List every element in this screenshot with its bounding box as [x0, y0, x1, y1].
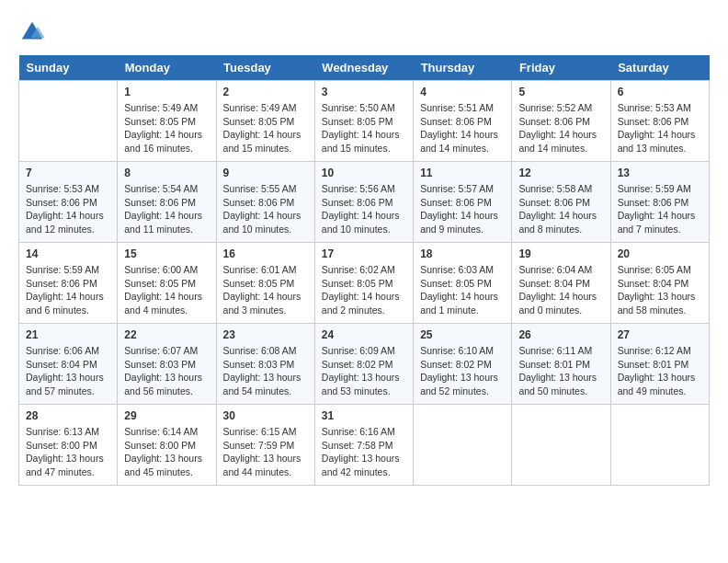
- calendar-cell: [414, 405, 512, 486]
- day-number: 13: [618, 167, 702, 179]
- calendar-cell: 25Sunrise: 6:10 AM Sunset: 8:02 PM Dayli…: [414, 324, 512, 405]
- day-number: 3: [322, 86, 406, 98]
- logo: [18, 18, 50, 46]
- day-info: Sunrise: 5:56 AM Sunset: 8:06 PM Dayligh…: [322, 182, 406, 236]
- day-number: 9: [223, 167, 308, 179]
- calendar-cell: 26Sunrise: 6:11 AM Sunset: 8:01 PM Dayli…: [512, 324, 610, 405]
- day-info: Sunrise: 5:49 AM Sunset: 8:05 PM Dayligh…: [223, 101, 308, 155]
- calendar-cell: 14Sunrise: 5:59 AM Sunset: 8:06 PM Dayli…: [19, 243, 118, 324]
- calendar-cell: 2Sunrise: 5:49 AM Sunset: 8:05 PM Daylig…: [216, 81, 314, 162]
- calendar-cell: 9Sunrise: 5:55 AM Sunset: 8:06 PM Daylig…: [216, 162, 314, 243]
- calendar-cell: 11Sunrise: 5:57 AM Sunset: 8:06 PM Dayli…: [414, 162, 512, 243]
- calendar-cell: 3Sunrise: 5:50 AM Sunset: 8:05 PM Daylig…: [314, 81, 413, 162]
- calendar-cell: 30Sunrise: 6:15 AM Sunset: 7:59 PM Dayli…: [216, 405, 314, 486]
- day-number: 21: [26, 328, 110, 341]
- day-number: 31: [322, 409, 406, 422]
- day-number: 30: [223, 409, 308, 422]
- day-info: Sunrise: 6:00 AM Sunset: 8:05 PM Dayligh…: [124, 263, 209, 317]
- calendar-cell: [512, 405, 610, 486]
- calendar-cell: 18Sunrise: 6:03 AM Sunset: 8:05 PM Dayli…: [414, 243, 512, 324]
- col-header-monday: Monday: [118, 55, 216, 81]
- col-header-friday: Friday: [512, 55, 610, 81]
- calendar-cell: 19Sunrise: 6:04 AM Sunset: 8:04 PM Dayli…: [512, 243, 610, 324]
- page-header: [18, 18, 710, 46]
- day-info: Sunrise: 6:14 AM Sunset: 8:00 PM Dayligh…: [124, 425, 209, 479]
- day-info: Sunrise: 6:03 AM Sunset: 8:05 PM Dayligh…: [420, 263, 505, 317]
- day-number: 2: [223, 86, 308, 98]
- calendar-cell: 16Sunrise: 6:01 AM Sunset: 8:05 PM Dayli…: [216, 243, 314, 324]
- day-info: Sunrise: 5:52 AM Sunset: 8:06 PM Dayligh…: [518, 101, 603, 155]
- calendar-cell: 10Sunrise: 5:56 AM Sunset: 8:06 PM Dayli…: [314, 162, 413, 243]
- calendar-cell: 13Sunrise: 5:59 AM Sunset: 8:06 PM Dayli…: [610, 162, 709, 243]
- day-info: Sunrise: 6:08 AM Sunset: 8:03 PM Dayligh…: [223, 344, 308, 398]
- day-info: Sunrise: 6:10 AM Sunset: 8:02 PM Dayligh…: [420, 344, 505, 398]
- day-number: 28: [26, 409, 110, 422]
- day-info: Sunrise: 5:59 AM Sunset: 8:06 PM Dayligh…: [618, 182, 702, 236]
- day-info: Sunrise: 5:57 AM Sunset: 8:06 PM Dayligh…: [420, 182, 505, 236]
- calendar-week-row: 7Sunrise: 5:53 AM Sunset: 8:06 PM Daylig…: [19, 162, 710, 243]
- day-info: Sunrise: 5:51 AM Sunset: 8:06 PM Dayligh…: [420, 101, 505, 155]
- day-number: 24: [322, 328, 406, 341]
- day-number: 19: [518, 247, 603, 260]
- day-info: Sunrise: 6:16 AM Sunset: 7:58 PM Dayligh…: [322, 425, 406, 479]
- day-number: 8: [124, 167, 209, 179]
- day-number: 20: [618, 247, 702, 260]
- calendar-cell: 28Sunrise: 6:13 AM Sunset: 8:00 PM Dayli…: [19, 405, 118, 486]
- day-info: Sunrise: 5:59 AM Sunset: 8:06 PM Dayligh…: [26, 263, 110, 317]
- day-info: Sunrise: 5:55 AM Sunset: 8:06 PM Dayligh…: [223, 182, 308, 236]
- day-number: 27: [618, 328, 702, 341]
- day-number: 16: [223, 247, 308, 260]
- day-number: 7: [26, 167, 110, 179]
- calendar-cell: [610, 405, 709, 486]
- day-info: Sunrise: 5:49 AM Sunset: 8:05 PM Dayligh…: [124, 101, 209, 155]
- day-info: Sunrise: 6:02 AM Sunset: 8:05 PM Dayligh…: [322, 263, 406, 317]
- calendar-cell: 1Sunrise: 5:49 AM Sunset: 8:05 PM Daylig…: [118, 81, 216, 162]
- day-number: 29: [124, 409, 209, 422]
- calendar-cell: 8Sunrise: 5:54 AM Sunset: 8:06 PM Daylig…: [118, 162, 216, 243]
- day-number: 26: [518, 328, 603, 341]
- day-info: Sunrise: 6:05 AM Sunset: 8:04 PM Dayligh…: [618, 263, 702, 317]
- day-number: 4: [420, 86, 505, 98]
- calendar-cell: 15Sunrise: 6:00 AM Sunset: 8:05 PM Dayli…: [118, 243, 216, 324]
- calendar-cell: 23Sunrise: 6:08 AM Sunset: 8:03 PM Dayli…: [216, 324, 314, 405]
- day-info: Sunrise: 6:01 AM Sunset: 8:05 PM Dayligh…: [223, 263, 308, 317]
- calendar-cell: 21Sunrise: 6:06 AM Sunset: 8:04 PM Dayli…: [19, 324, 118, 405]
- col-header-wednesday: Wednesday: [314, 55, 413, 81]
- day-info: Sunrise: 6:06 AM Sunset: 8:04 PM Dayligh…: [26, 344, 110, 398]
- day-info: Sunrise: 6:12 AM Sunset: 8:01 PM Dayligh…: [618, 344, 702, 398]
- day-number: 14: [26, 247, 110, 260]
- calendar-cell: 31Sunrise: 6:16 AM Sunset: 7:58 PM Dayli…: [314, 405, 413, 486]
- day-number: 23: [223, 328, 308, 341]
- calendar-cell: [19, 81, 118, 162]
- day-number: 17: [322, 247, 406, 260]
- day-info: Sunrise: 6:09 AM Sunset: 8:02 PM Dayligh…: [322, 344, 406, 398]
- day-number: 5: [518, 86, 603, 98]
- calendar-cell: 29Sunrise: 6:14 AM Sunset: 8:00 PM Dayli…: [118, 405, 216, 486]
- calendar-cell: 22Sunrise: 6:07 AM Sunset: 8:03 PM Dayli…: [118, 324, 216, 405]
- col-header-saturday: Saturday: [610, 55, 709, 81]
- day-info: Sunrise: 5:53 AM Sunset: 8:06 PM Dayligh…: [26, 182, 110, 236]
- day-info: Sunrise: 6:15 AM Sunset: 7:59 PM Dayligh…: [223, 425, 308, 479]
- day-number: 12: [518, 167, 603, 179]
- calendar-cell: 5Sunrise: 5:52 AM Sunset: 8:06 PM Daylig…: [512, 81, 610, 162]
- calendar-cell: 7Sunrise: 5:53 AM Sunset: 8:06 PM Daylig…: [19, 162, 118, 243]
- day-info: Sunrise: 5:54 AM Sunset: 8:06 PM Dayligh…: [124, 182, 209, 236]
- calendar-header-row: SundayMondayTuesdayWednesdayThursdayFrid…: [19, 55, 710, 81]
- calendar-week-row: 28Sunrise: 6:13 AM Sunset: 8:00 PM Dayli…: [19, 405, 710, 486]
- day-number: 11: [420, 167, 505, 179]
- day-info: Sunrise: 5:53 AM Sunset: 8:06 PM Dayligh…: [618, 101, 702, 155]
- day-info: Sunrise: 6:13 AM Sunset: 8:00 PM Dayligh…: [26, 425, 110, 479]
- calendar-cell: 27Sunrise: 6:12 AM Sunset: 8:01 PM Dayli…: [610, 324, 709, 405]
- day-info: Sunrise: 5:58 AM Sunset: 8:06 PM Dayligh…: [518, 182, 603, 236]
- day-number: 25: [420, 328, 505, 341]
- day-number: 10: [322, 167, 406, 179]
- calendar-week-row: 1Sunrise: 5:49 AM Sunset: 8:05 PM Daylig…: [19, 81, 710, 162]
- calendar-week-row: 21Sunrise: 6:06 AM Sunset: 8:04 PM Dayli…: [19, 324, 710, 405]
- calendar-week-row: 14Sunrise: 5:59 AM Sunset: 8:06 PM Dayli…: [19, 243, 710, 324]
- col-header-thursday: Thursday: [414, 55, 512, 81]
- day-info: Sunrise: 6:04 AM Sunset: 8:04 PM Dayligh…: [518, 263, 603, 317]
- col-header-tuesday: Tuesday: [216, 55, 314, 81]
- calendar-cell: 17Sunrise: 6:02 AM Sunset: 8:05 PM Dayli…: [314, 243, 413, 324]
- day-number: 15: [124, 247, 209, 260]
- day-info: Sunrise: 6:07 AM Sunset: 8:03 PM Dayligh…: [124, 344, 209, 398]
